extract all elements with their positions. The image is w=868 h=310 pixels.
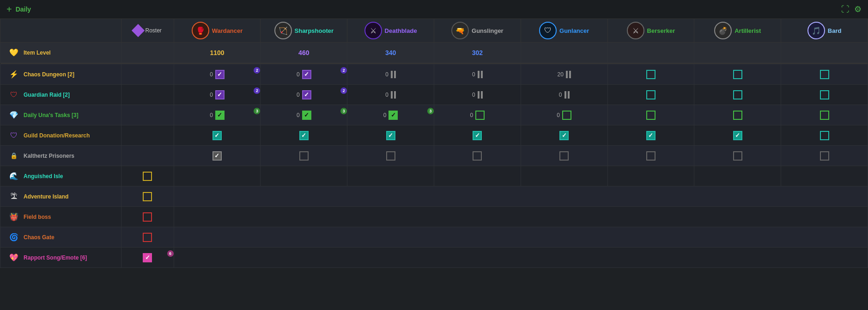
td-chaosgate-roster[interactable] [121, 227, 174, 248]
td-guild-wardancer[interactable]: ✓ [174, 125, 261, 146]
main-table-wrapper: Roster 🥊 Wardancer 🏹 Sharpshooter [0, 19, 868, 268]
unas-gunslinger-check[interactable] [475, 111, 485, 120]
settings-icon[interactable]: ⚙ [854, 4, 862, 14]
td-fieldboss-roster[interactable] [121, 207, 174, 227]
guild-wardancer-check[interactable]: ✓ [212, 131, 222, 140]
td-guardian-gunlancer[interactable]: 0 [521, 85, 607, 105]
td-guardian-deathblade[interactable]: 0 [347, 85, 434, 105]
td-kalthertz-deathblade[interactable] [347, 146, 434, 166]
expand-icon[interactable]: ⛶ [841, 5, 850, 14]
td-guild-artillerist[interactable]: ✓ [694, 125, 781, 146]
td-unas-gunlancer[interactable]: 0 [521, 105, 607, 125]
chaos-berserker-check[interactable] [646, 70, 656, 79]
add-button[interactable]: + [6, 4, 12, 15]
chaosgate-roster-check[interactable] [143, 233, 152, 242]
td-kalthertz-sharpshooter[interactable] [261, 146, 347, 166]
roster-diamond-icon [131, 24, 144, 37]
chaos-artillerist-check[interactable] [733, 70, 742, 79]
item-level-deathblade: 340 [385, 49, 396, 56]
td-anguished-roster[interactable] [121, 166, 174, 186]
kalthertz-wardancer-check[interactable]: ✓ [212, 151, 222, 161]
kalthertz-bard-check[interactable] [820, 151, 829, 161]
unas-sharpshooter-check[interactable]: ✓ [302, 111, 311, 120]
td-rapport-roster[interactable]: ✓ 6 [121, 248, 174, 268]
td-guardian-bard[interactable] [781, 85, 868, 105]
guild-artillerist-check[interactable]: ✓ [733, 131, 742, 140]
td-unas-artillerist[interactable] [694, 105, 781, 125]
guardian-bard-check[interactable] [820, 90, 829, 99]
guardian-berserker-check[interactable] [646, 90, 656, 99]
td-guardian-berserker[interactable] [607, 85, 694, 105]
td-kalthertz-berserker[interactable] [607, 146, 694, 166]
unas-wardancer-check[interactable]: ✓ [215, 111, 225, 120]
td-kalthertz-bard[interactable] [781, 146, 868, 166]
td-unas-bard[interactable] [781, 105, 868, 125]
td-guardian-artillerist[interactable] [694, 85, 781, 105]
guild-gunlancer-check[interactable]: ✓ [559, 131, 569, 140]
unas-berserker-check[interactable] [646, 111, 656, 120]
fieldboss-roster-check[interactable] [143, 212, 152, 222]
td-guild-label: 🛡 Guild Donation/Research [0, 125, 121, 146]
td-chaos-sharpshooter[interactable]: 0 ✓ 2 [261, 64, 347, 85]
chaos-gate-text: Chaos Gate [24, 234, 55, 241]
kalthertz-berserker-check[interactable] [646, 151, 656, 161]
kalthertz-deathblade-check[interactable] [386, 151, 395, 161]
unas-gunlancer-check[interactable] [562, 111, 571, 120]
td-chaos-roster [121, 64, 174, 85]
td-guild-deathblade[interactable]: ✓ [347, 125, 434, 146]
unas-deathblade-check[interactable]: ✓ [388, 111, 398, 120]
td-guardian-sharpshooter[interactable]: 0 ✓ 2 [261, 85, 347, 105]
td-chaos-berserker[interactable] [607, 64, 694, 85]
td-guardian-wardancer[interactable]: 0 ✓ 2 [174, 85, 261, 105]
td-kalthertz-wardancer[interactable]: ✓ [174, 146, 261, 166]
td-chaos-gunlancer[interactable]: 20 [521, 64, 607, 85]
td-unas-berserker[interactable] [607, 105, 694, 125]
td-chaos-deathblade[interactable]: 0 [347, 64, 434, 85]
td-guild-bard[interactable] [781, 125, 868, 146]
kalthertz-artillerist-check[interactable] [733, 151, 742, 161]
kalthertz-gunslinger-check[interactable] [473, 151, 482, 161]
guardian-artillerist-check[interactable] [733, 90, 742, 99]
td-guild-gunslinger[interactable]: ✓ [434, 125, 521, 146]
guardian-sharpshooter-check[interactable]: ✓ [302, 90, 311, 99]
guardian-deathblade-pause [391, 91, 396, 99]
guild-sharpshooter-check[interactable]: ✓ [299, 131, 309, 140]
unas-bard-check[interactable] [820, 111, 829, 120]
td-adventure-roster[interactable] [121, 186, 174, 207]
row-item-level: 💛 Item Level 1100 460 340 302 [0, 43, 868, 63]
td-chaos-bard[interactable] [781, 64, 868, 85]
td-guardian-gunslinger[interactable]: 0 [434, 85, 521, 105]
chaos-gunlancer-pause [566, 71, 571, 78]
kalthertz-gunlancer-check[interactable] [559, 151, 569, 161]
item-level-wardancer: 1100 [210, 49, 224, 56]
td-guild-berserker[interactable]: ✓ [607, 125, 694, 146]
chaos-bard-check[interactable] [820, 70, 829, 79]
guardian-wardancer-check[interactable]: ✓ [215, 90, 225, 99]
guild-berserker-check[interactable]: ✓ [646, 131, 656, 140]
td-unas-wardancer[interactable]: 0 ✓ 3 [174, 105, 261, 125]
guild-deathblade-check[interactable]: ✓ [386, 131, 395, 140]
td-kalthertz-gunslinger[interactable] [434, 146, 521, 166]
td-guild-sharpshooter[interactable]: ✓ [261, 125, 347, 146]
td-kalthertz-gunlancer[interactable] [521, 146, 607, 166]
td-kalthertz-artillerist[interactable] [694, 146, 781, 166]
chaos-wardancer-check[interactable]: ✓ [215, 70, 225, 79]
guild-gunslinger-check[interactable]: ✓ [473, 131, 482, 140]
td-guild-gunlancer[interactable]: ✓ [521, 125, 607, 146]
unas-artillerist-check[interactable] [733, 111, 742, 120]
guild-bard-check[interactable] [820, 131, 829, 140]
rapport-roster-check[interactable]: ✓ [143, 253, 152, 262]
anguished-roster-check[interactable] [143, 172, 152, 181]
td-unas-deathblade[interactable]: 0 ✓ 3 [347, 105, 434, 125]
kalthertz-sharpshooter-check[interactable] [299, 151, 309, 161]
adventure-roster-check[interactable] [143, 192, 152, 201]
td-chaos-wardancer[interactable]: 0 ✓ 2 [174, 64, 261, 85]
anguished-isle-icon: 🌊 [8, 170, 20, 182]
td-chaos-gunslinger[interactable]: 0 [434, 64, 521, 85]
td-chaos-artillerist[interactable] [694, 64, 781, 85]
char-name-sharpshooter: Sharpshooter [295, 27, 334, 34]
chaos-sharpshooter-check[interactable]: ✓ [302, 70, 311, 79]
td-unas-sharpshooter[interactable]: 0 ✓ 3 [261, 105, 347, 125]
roster-label: Roster [146, 27, 162, 34]
td-unas-gunslinger[interactable]: 0 [434, 105, 521, 125]
